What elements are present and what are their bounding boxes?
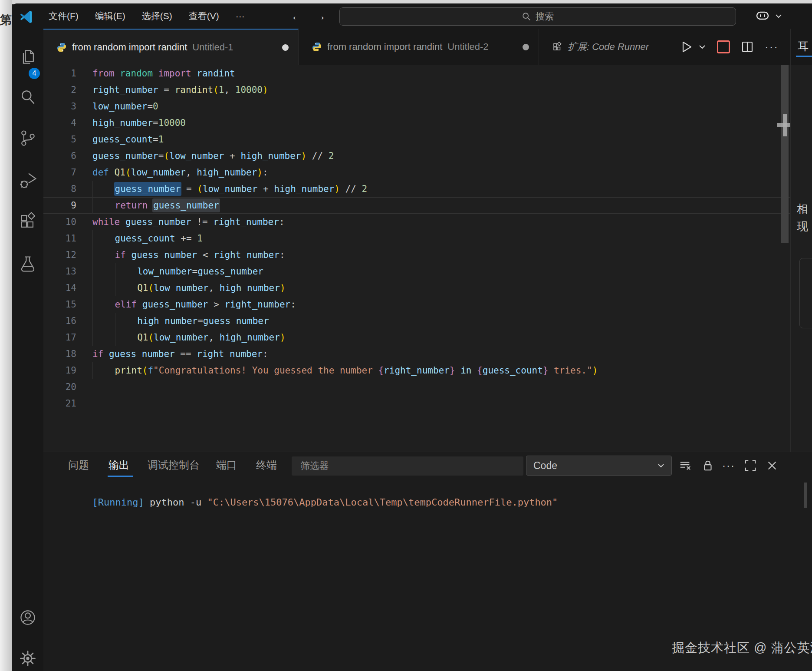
explorer-icon[interactable]: [18, 48, 37, 67]
command-center-search[interactable]: 搜索: [339, 7, 736, 26]
extensions-icon[interactable]: [18, 212, 37, 231]
search-icon: [522, 12, 531, 21]
title-bar: 文件(F) 编辑(E) 选择(S) 查看(V) ··· ← → 搜索: [12, 3, 812, 29]
code-line[interactable]: 1from random import randint: [43, 65, 790, 82]
source-control-icon[interactable]: [18, 129, 37, 148]
explorer-badge: 4: [29, 68, 40, 79]
code-line[interactable]: 5guess_count=1: [43, 131, 790, 148]
right-group-text: 现: [797, 219, 808, 234]
code-line[interactable]: 6guess_number=(low_number + high_number)…: [43, 148, 790, 164]
python-icon: [312, 42, 322, 52]
menu-selection[interactable]: 选择(S): [142, 10, 172, 22]
code-line[interactable]: 8 guess_number = (low_number + high_numb…: [43, 181, 790, 197]
output-command: python -u: [144, 497, 207, 508]
forward-icon[interactable]: →: [314, 3, 326, 29]
tab-code-runner-output[interactable]: 扩展: Code Runner: [539, 29, 676, 65]
panel-tab-output[interactable]: 输出: [108, 452, 129, 478]
line-number: 6: [43, 148, 76, 164]
line-number: 12: [43, 247, 76, 263]
copilot-chevron-down-icon[interactable]: [775, 14, 782, 18]
code-line[interactable]: 20: [43, 379, 790, 395]
line-number: 8: [43, 181, 76, 197]
menu-edit[interactable]: 编辑(E): [95, 10, 125, 22]
output-line: [Running] python -u "C:\Users\15076\AppD…: [58, 486, 558, 519]
maximize-panel-icon[interactable]: [744, 459, 757, 472]
code-line[interactable]: 11 guess_count += 1: [43, 230, 790, 247]
chevron-down-icon: [657, 463, 664, 468]
output-channel-select[interactable]: Code: [526, 456, 672, 476]
tab-untitled-2[interactable]: from random import randint Untitled-2: [299, 29, 539, 65]
code-line[interactable]: 13 low_number=guess_number: [43, 263, 790, 280]
line-number: 13: [43, 263, 76, 280]
lock-icon[interactable]: [701, 459, 714, 472]
account-icon[interactable]: [18, 608, 37, 627]
code-lines: 1from random import randint2right_number…: [43, 65, 790, 412]
panel-scrollbar-thumb[interactable]: [804, 483, 807, 508]
panel-tab-problems[interactable]: 问题: [68, 452, 89, 478]
line-number: 21: [43, 395, 76, 412]
panel-tab-debug-console[interactable]: 调试控制台: [148, 452, 200, 478]
split-editor-icon[interactable]: [741, 41, 753, 53]
code-line[interactable]: 4high_number=10000: [43, 115, 790, 131]
code-line[interactable]: 14 Q1(low_number, high_number): [43, 280, 790, 296]
screen: 第 文件(F) 编辑(E) 选择(S) 查看(V) ··· ← → 搜索: [0, 0, 812, 671]
back-icon[interactable]: ←: [291, 3, 302, 29]
search-sidebar-icon[interactable]: [18, 88, 37, 107]
panel-tab-terminal[interactable]: 终端: [256, 452, 277, 478]
code-line[interactable]: 15 elif guess_number > right_number:: [43, 296, 790, 313]
tab-modifier: Untitled-2: [447, 41, 488, 53]
unsaved-dot-icon[interactable]: [282, 44, 289, 51]
line-number: 7: [43, 164, 76, 181]
filter-input[interactable]: [292, 456, 523, 476]
tab-title: from random import randint: [327, 41, 442, 53]
code-line[interactable]: 9 return guess_number: [43, 197, 790, 214]
right-group-tab[interactable]: 耳: [798, 39, 809, 53]
right-group-tab-underline: [796, 56, 812, 57]
code-line[interactable]: 21: [43, 395, 790, 412]
code-line[interactable]: 19 print(f"Congratulations! You guessed …: [43, 362, 790, 379]
code-line[interactable]: 2right_number = randint(1, 10000): [43, 82, 790, 98]
editor-scrollbar-thumb[interactable]: [781, 65, 789, 243]
watermark: 掘金技术社区 @ 蒲公英派: [672, 639, 802, 657]
code-line[interactable]: 10while guess_number != right_number:: [43, 214, 790, 230]
run-icon[interactable]: [681, 41, 693, 53]
code-line[interactable]: 3low_number=0: [43, 98, 790, 115]
run-dropdown-chevron-icon[interactable]: [699, 45, 706, 49]
menu-view[interactable]: 查看(V): [189, 10, 219, 22]
right-group-tab-bar: 耳: [791, 29, 812, 65]
desktop-left-strip: [0, 0, 12, 671]
bottom-panel: 问题 输出 调试控制台 端口 终端 Code ···: [43, 452, 812, 671]
testing-icon[interactable]: [18, 255, 37, 274]
code-line[interactable]: 17 Q1(low_number, high_number): [43, 329, 790, 346]
search-placeholder: 搜索: [536, 10, 554, 23]
code-line[interactable]: 7def Q1(low_number, high_number):: [43, 164, 790, 181]
right-group-text: 相: [797, 202, 808, 217]
settings-gear-icon[interactable]: [18, 649, 37, 668]
close-panel-icon[interactable]: [766, 459, 779, 472]
vscode-logo-icon: [19, 10, 34, 24]
copilot-icon[interactable]: [755, 10, 770, 23]
clear-output-icon[interactable]: [679, 459, 692, 472]
code-line[interactable]: 12 if guess_number < right_number:: [43, 247, 790, 263]
panel-tab-ports[interactable]: 端口: [216, 452, 237, 478]
panel-more-icon[interactable]: ···: [722, 459, 735, 472]
panel-active-underline: [108, 476, 133, 477]
menu-more[interactable]: ···: [236, 11, 245, 21]
code-line[interactable]: 18if guess_number == right_number:: [43, 346, 790, 362]
editor-actions: ···: [681, 29, 779, 65]
code-editor[interactable]: 1from random import randint2right_number…: [43, 65, 790, 452]
line-number: 17: [43, 329, 76, 346]
output-running-tag: [Running]: [92, 497, 144, 508]
menu-file[interactable]: 文件(F): [49, 10, 79, 22]
right-editor-group: 耳 相 现: [790, 29, 812, 452]
line-number: 2: [43, 82, 76, 98]
stop-icon[interactable]: [717, 40, 730, 53]
line-number: 5: [43, 131, 76, 148]
unsaved-dot-icon[interactable]: [523, 44, 529, 50]
run-and-debug-icon[interactable]: [18, 171, 37, 190]
more-actions-icon[interactable]: ···: [765, 40, 779, 54]
tab-title: 扩展: Code Runner: [568, 40, 649, 53]
code-line[interactable]: 16 high_number=guess_number: [43, 313, 790, 329]
tab-untitled-1[interactable]: from random import randint Untitled-1: [43, 29, 299, 65]
line-number: 20: [43, 379, 76, 395]
